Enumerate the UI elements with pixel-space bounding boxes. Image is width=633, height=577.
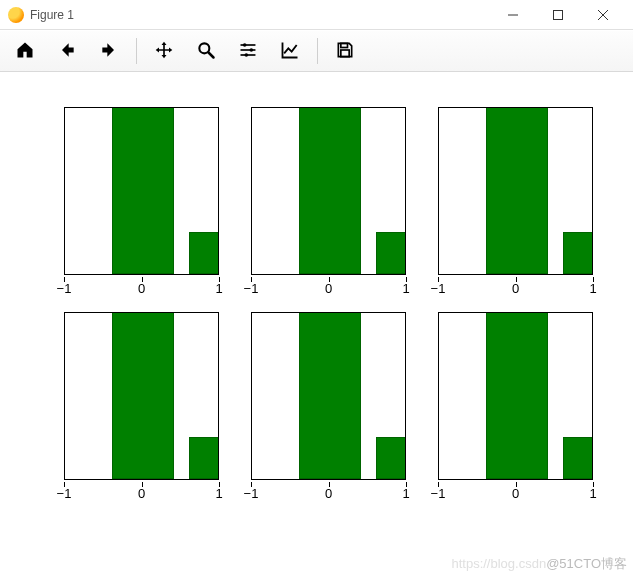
axes-icon — [280, 40, 300, 63]
subplot: −101 — [52, 107, 227, 307]
tick-label: 1 — [215, 281, 222, 296]
window-title: Figure 1 — [30, 8, 74, 22]
config-icon — [238, 40, 258, 63]
tick-label: 1 — [589, 281, 596, 296]
app-icon — [8, 7, 24, 23]
axes-box — [251, 107, 406, 275]
tick-label: 0 — [138, 281, 145, 296]
tick-label: −1 — [431, 281, 446, 296]
subplot: −101 — [52, 312, 227, 512]
bar — [112, 107, 174, 274]
bar — [486, 312, 548, 479]
back-button[interactable] — [48, 34, 86, 68]
svg-line-5 — [209, 52, 214, 57]
svg-point-9 — [243, 43, 247, 47]
svg-rect-13 — [341, 50, 349, 57]
tick-label: 0 — [512, 486, 519, 501]
bar — [486, 107, 548, 274]
subplot-grid: −101−101−101−101−101−101 — [52, 107, 601, 512]
matplotlib-toolbar — [0, 30, 633, 72]
axes-box — [64, 312, 219, 480]
save-button[interactable] — [326, 34, 364, 68]
back-icon — [57, 40, 77, 63]
svg-rect-12 — [341, 43, 348, 47]
forward-button[interactable] — [90, 34, 128, 68]
axes-box — [64, 107, 219, 275]
home-icon — [15, 40, 35, 63]
tick-label: 1 — [589, 486, 596, 501]
toolbar-separator — [136, 38, 137, 64]
watermark-faint: https://blog.csdn — [451, 556, 546, 571]
bar — [112, 312, 174, 479]
svg-rect-1 — [553, 10, 562, 19]
save-icon — [335, 40, 355, 63]
x-axis-ticks: −101 — [64, 482, 219, 502]
tick-label: 1 — [215, 486, 222, 501]
x-axis-ticks: −101 — [438, 482, 593, 502]
subplot: −101 — [239, 312, 414, 512]
watermark: https://blog.csdn@51CTO博客 — [451, 555, 627, 573]
bar — [189, 437, 219, 479]
x-axis-ticks: −101 — [251, 482, 406, 502]
toolbar-separator — [317, 38, 318, 64]
subplot: −101 — [426, 312, 601, 512]
bar — [376, 232, 406, 274]
window-minimize-button[interactable] — [490, 0, 535, 30]
axes-box — [438, 312, 593, 480]
window-close-button[interactable] — [580, 0, 625, 30]
x-axis-ticks: −101 — [251, 277, 406, 297]
tick-label: 0 — [138, 486, 145, 501]
tick-label: 0 — [325, 486, 332, 501]
tick-label: −1 — [244, 281, 259, 296]
figure-canvas[interactable]: −101−101−101−101−101−101 https://blog.cs… — [0, 72, 633, 577]
bar — [563, 437, 593, 479]
bar — [376, 437, 406, 479]
tick-label: 0 — [512, 281, 519, 296]
bar — [563, 232, 593, 274]
home-button[interactable] — [6, 34, 44, 68]
forward-icon — [99, 40, 119, 63]
zoom-icon — [196, 40, 216, 63]
tick-label: 0 — [325, 281, 332, 296]
x-axis-ticks: −101 — [438, 277, 593, 297]
svg-point-10 — [250, 48, 254, 52]
axes-box — [438, 107, 593, 275]
pan-icon — [154, 40, 174, 63]
bar — [189, 232, 219, 274]
edit-axes-button[interactable] — [271, 34, 309, 68]
bar — [299, 107, 361, 274]
window-maximize-button[interactable] — [535, 0, 580, 30]
watermark-main: @51CTO博客 — [546, 556, 627, 571]
tick-label: −1 — [57, 486, 72, 501]
pan-button[interactable] — [145, 34, 183, 68]
window-titlebar: Figure 1 — [0, 0, 633, 30]
tick-label: −1 — [57, 281, 72, 296]
zoom-button[interactable] — [187, 34, 225, 68]
axes-box — [251, 312, 406, 480]
svg-point-11 — [245, 53, 249, 57]
x-axis-ticks: −101 — [64, 277, 219, 297]
tick-label: −1 — [431, 486, 446, 501]
subplot: −101 — [239, 107, 414, 307]
bar — [299, 312, 361, 479]
tick-label: 1 — [402, 486, 409, 501]
tick-label: 1 — [402, 281, 409, 296]
tick-label: −1 — [244, 486, 259, 501]
configure-subplots-button[interactable] — [229, 34, 267, 68]
subplot: −101 — [426, 107, 601, 307]
